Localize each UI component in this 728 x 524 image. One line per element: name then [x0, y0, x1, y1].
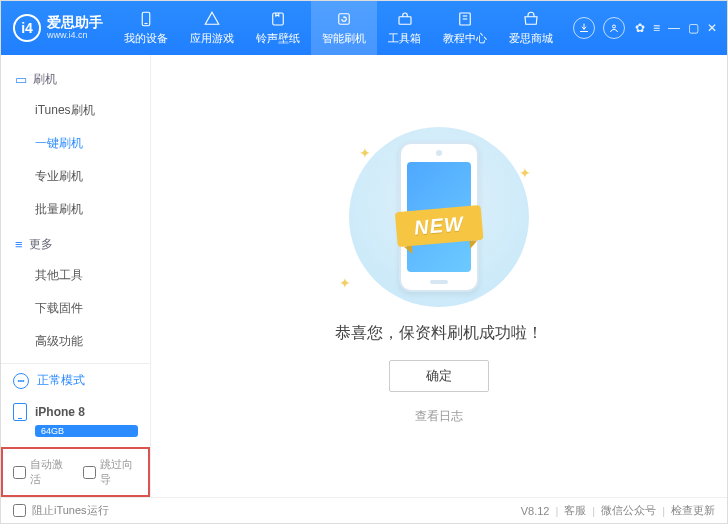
sidebar-item[interactable]: 一键刷机	[1, 127, 150, 160]
shop-icon	[522, 10, 540, 28]
ribbon-label: NEW	[395, 205, 483, 247]
sidebar-item[interactable]: iTunes刷机	[1, 94, 150, 127]
tab-label: 爱思商城	[509, 31, 553, 46]
tab-apps[interactable]: 应用游戏	[179, 1, 245, 55]
sidebar-section-title[interactable]: ≡更多	[1, 230, 150, 259]
tab-note[interactable]: 铃声壁纸	[245, 1, 311, 55]
sidebar-item[interactable]: 高级功能	[1, 325, 150, 358]
content-area: ✦✦✦ NEW 恭喜您，保资料刷机成功啦！ 确定 查看日志	[151, 55, 727, 497]
header-tabs: 我的设备应用游戏铃声壁纸智能刷机工具箱教程中心爱思商城	[113, 1, 569, 55]
app-title: 爱思助手	[47, 15, 103, 30]
close-icon[interactable]: ✕	[707, 21, 717, 35]
block-itunes-check[interactable]: 阻止iTunes运行	[13, 503, 109, 518]
app-url: www.i4.cn	[47, 31, 103, 41]
tab-toolbox[interactable]: 工具箱	[377, 1, 432, 55]
update-link[interactable]: 检查更新	[671, 503, 715, 518]
sidebar-item[interactable]: 批量刷机	[1, 193, 150, 226]
toolbox-icon	[396, 10, 414, 28]
menu-icon[interactable]: ≡	[653, 21, 660, 35]
mode-label: 正常模式	[37, 372, 85, 389]
svg-rect-2	[273, 13, 284, 25]
apps-icon	[203, 10, 221, 28]
book-icon	[456, 10, 474, 28]
tab-label: 教程中心	[443, 31, 487, 46]
tab-label: 智能刷机	[322, 31, 366, 46]
ok-button[interactable]: 确定	[389, 360, 489, 392]
sidebar-section-title[interactable]: ▭刷机	[1, 65, 150, 94]
success-text: 恭喜您，保资料刷机成功啦！	[335, 323, 543, 344]
device-storage-badge: 64GB	[35, 425, 138, 437]
header-right-icons	[569, 17, 635, 39]
sidebar: ▭刷机iTunes刷机一键刷机专业刷机批量刷机≡更多其他工具下载固件高级功能 正…	[1, 55, 151, 497]
maximize-icon[interactable]: ▢	[688, 21, 699, 35]
service-link[interactable]: 客服	[564, 503, 586, 518]
version-label: V8.12	[521, 505, 550, 517]
phone-icon	[137, 10, 155, 28]
refresh-icon	[335, 10, 353, 28]
tab-label: 工具箱	[388, 31, 421, 46]
svg-rect-4	[399, 17, 411, 25]
minimize-icon[interactable]: —	[668, 21, 680, 35]
tab-label: 铃声壁纸	[256, 31, 300, 46]
app-window: i4 爱思助手 www.i4.cn 我的设备应用游戏铃声壁纸智能刷机工具箱教程中…	[0, 0, 728, 524]
mode-icon	[13, 373, 29, 389]
note-icon	[269, 10, 287, 28]
tab-label: 我的设备	[124, 31, 168, 46]
sidebar-bottom: 正常模式 iPhone 8 64GB 自动激活 跳过向导	[1, 363, 150, 497]
download-icon[interactable]	[573, 17, 595, 39]
auto-activate-check[interactable]: 自动激活	[13, 457, 69, 487]
skip-wizard-check[interactable]: 跳过向导	[83, 457, 139, 487]
section-icon: ▭	[15, 72, 27, 87]
tab-label: 应用游戏	[190, 31, 234, 46]
tab-refresh[interactable]: 智能刷机	[311, 1, 377, 55]
device-phone-icon	[13, 403, 27, 421]
mode-selector[interactable]: 正常模式	[1, 364, 150, 397]
svg-rect-3	[339, 14, 350, 25]
tab-book[interactable]: 教程中心	[432, 1, 498, 55]
app-logo[interactable]: i4 爱思助手 www.i4.cn	[1, 14, 113, 42]
view-log-link[interactable]: 查看日志	[415, 408, 463, 425]
body: ▭刷机iTunes刷机一键刷机专业刷机批量刷机≡更多其他工具下载固件高级功能 正…	[1, 55, 727, 497]
account-icon[interactable]	[603, 17, 625, 39]
window-controls: ✿ ≡ — ▢ ✕	[635, 1, 727, 55]
settings-icon[interactable]: ✿	[635, 21, 645, 35]
device-info[interactable]: iPhone 8 64GB	[1, 397, 150, 447]
device-name: iPhone 8	[35, 405, 85, 419]
sidebar-item[interactable]: 其他工具	[1, 259, 150, 292]
footer: 阻止iTunes运行 V8.12 | 客服 | 微信公众号 | 检查更新	[1, 497, 727, 523]
sidebar-item[interactable]: 下载固件	[1, 292, 150, 325]
sidebar-item[interactable]: 专业刷机	[1, 160, 150, 193]
tab-phone[interactable]: 我的设备	[113, 1, 179, 55]
wechat-link[interactable]: 微信公众号	[601, 503, 656, 518]
success-illustration: ✦✦✦ NEW	[329, 127, 549, 307]
logo-icon: i4	[13, 14, 41, 42]
svg-point-8	[612, 25, 615, 28]
tab-shop[interactable]: 爱思商城	[498, 1, 564, 55]
section-icon: ≡	[15, 237, 23, 252]
sidebar-checks: 自动激活 跳过向导	[1, 447, 150, 497]
header: i4 爱思助手 www.i4.cn 我的设备应用游戏铃声壁纸智能刷机工具箱教程中…	[1, 1, 727, 55]
